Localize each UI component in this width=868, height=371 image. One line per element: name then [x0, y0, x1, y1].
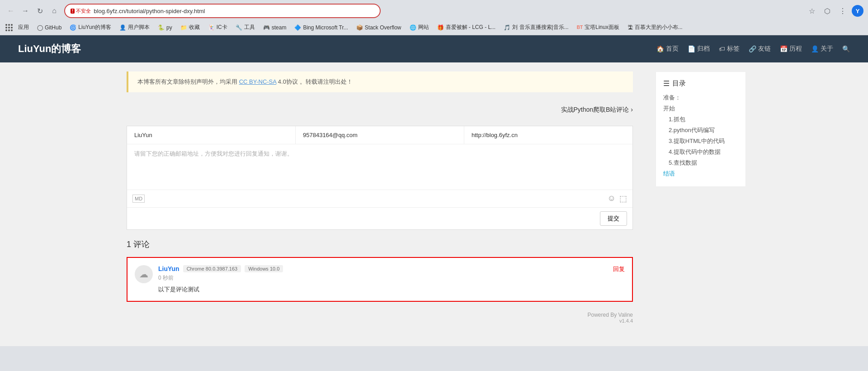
- toc-title: ☰ 目录: [663, 79, 738, 88]
- settings-button[interactable]: ⋮: [836, 5, 849, 17]
- bookmark-music[interactable]: 🎵 刘 音乐直播搜索|音乐...: [500, 23, 572, 32]
- toc-item-0[interactable]: 准备：: [663, 92, 738, 103]
- warning-icon: !: [71, 9, 75, 14]
- security-badge: ! 不安全: [71, 8, 91, 14]
- submit-button[interactable]: 提交: [600, 211, 627, 226]
- back-button[interactable]: ←: [5, 5, 17, 17]
- toc-item-1[interactable]: 开始: [663, 103, 738, 114]
- bookmark-star-button[interactable]: ☆: [806, 5, 818, 17]
- comment-content: LiuYun Chrome 80.0.3987.163 Windows 10.0…: [158, 265, 608, 294]
- bookmark-lcg[interactable]: 🎁 喜爱被解 - LCG - L...: [434, 23, 500, 32]
- bookmark-favorites[interactable]: 📁 收藏: [177, 23, 203, 32]
- toc-item-7[interactable]: 结语: [663, 168, 738, 179]
- bookmark-website[interactable]: 🌐 网站: [406, 23, 433, 32]
- nav-buttons: ← → ↻ ⌂: [5, 5, 61, 17]
- security-label: 不安全: [76, 8, 91, 14]
- bookmark-bing[interactable]: 🔷 Bing Microsoft Tr...: [291, 24, 351, 32]
- link-icon: 🔗: [749, 45, 756, 52]
- bookmark-label: steam: [272, 24, 287, 31]
- bookmark-userscript[interactable]: 👤 用户脚本: [116, 23, 153, 32]
- comment-website-value: http://blog.6yfz.cn: [472, 132, 518, 138]
- image-icon[interactable]: ⬚: [619, 194, 627, 204]
- home-button[interactable]: ⌂: [48, 5, 61, 17]
- toc-item-4[interactable]: 3.提取HTML中的代码: [663, 136, 738, 147]
- archive-icon: 📄: [688, 45, 695, 52]
- nav-home[interactable]: 🏠 首页: [656, 45, 679, 53]
- reload-button[interactable]: ↻: [33, 5, 46, 17]
- toc-icon: ☰: [663, 79, 670, 88]
- toc-item-3[interactable]: 2.python代码编写: [663, 125, 738, 136]
- comment-textarea[interactable]: 请留下您的正确邮箱地址，方便我对您进行回复通知，谢谢。: [127, 144, 632, 190]
- user-icon: 👤: [119, 24, 126, 31]
- comment-form-header: LiuYun 957843164@qq.com http://blog.6yfz…: [127, 126, 632, 144]
- browser-toolbar: ← → ↻ ⌂ ! 不安全 blog.6yfz.cn/tutorial/pyth…: [0, 0, 868, 22]
- bookmark-liuyun-blog[interactable]: 🌀 LiuYun的博客: [66, 23, 115, 32]
- bookmark-steam[interactable]: 🎮 steam: [259, 24, 290, 32]
- bookmark-stackoverflow[interactable]: 📦 Stack Overflow: [353, 24, 405, 32]
- bookmark-label: Stack Overflow: [365, 24, 401, 31]
- comment-name-value: LiuYun: [134, 132, 152, 138]
- profile-avatar[interactable]: Y: [852, 5, 863, 17]
- bookmark-py[interactable]: 🐍 py: [154, 24, 176, 32]
- tools-icon: 🔧: [236, 24, 242, 31]
- emoji-icon[interactable]: ☺: [608, 194, 616, 204]
- comment-author: LiuYun: [158, 265, 179, 272]
- bookmark-github[interactable]: ◯ GitHub: [33, 24, 65, 32]
- toc-box: ☰ 目录 准备： 开始 1.抓包 2.python代码编写 3.提取HTML中的…: [656, 71, 746, 187]
- bookmark-apps[interactable]: 应用: [14, 23, 33, 32]
- toolbar-right: ☆ ⬡ ⋮ Y: [806, 5, 863, 17]
- license-text2: 4.0协议 。转载请注明出处！: [278, 78, 353, 85]
- calendar-icon: 📅: [780, 45, 788, 52]
- bookmark-label: GitHub: [45, 24, 61, 31]
- baota-icon: BT: [577, 25, 583, 30]
- toc-item-6[interactable]: 5.查找数据: [663, 157, 738, 168]
- forward-button[interactable]: →: [19, 5, 32, 17]
- home-icon: 🏠: [656, 45, 664, 52]
- bookmark-label: 宝塔Linux面板: [585, 24, 619, 31]
- avatar-icon: ☁: [139, 269, 148, 280]
- extension-puzzle-button[interactable]: ⬡: [821, 5, 834, 17]
- toc-item-2[interactable]: 1.抓包: [663, 114, 738, 125]
- browser-window: ← → ↻ ⌂ ! 不安全 blog.6yfz.cn/tutorial/pyth…: [0, 0, 868, 371]
- bookmark-label: 应用: [18, 24, 29, 31]
- lcg-icon: 🎁: [437, 24, 444, 31]
- bookmark-tools[interactable]: 🔧 工具: [232, 23, 259, 32]
- comments-title: 1 评论: [127, 239, 633, 250]
- url-text: blog.6yfz.cn/tutorial/python-spider-dxy.…: [94, 8, 374, 14]
- license-text: 本博客所有文章除特别声明外，均采用: [137, 78, 239, 85]
- nav-links[interactable]: 🔗 友链: [749, 45, 771, 53]
- search-icon: 🔍: [842, 45, 850, 52]
- bing-icon: 🔷: [294, 24, 301, 31]
- nav-archive[interactable]: 📄 归档: [688, 45, 710, 53]
- bookmark-label: 网站: [418, 24, 429, 31]
- nav-tags[interactable]: 🏷 标签: [719, 45, 740, 53]
- comment-form-icons: ☺ ⬚: [608, 194, 627, 204]
- comment-item-inner: ☁ LiuYun Chrome 80.0.3987.163 Windows 10…: [135, 265, 625, 294]
- steam-icon: 🎮: [263, 24, 270, 31]
- toc-item-5[interactable]: 4.提取代码中的数据: [663, 147, 738, 157]
- next-article-link[interactable]: 实战Python爬取B站评论 ›: [561, 106, 633, 113]
- bookmarks-bar: 应用 ◯ GitHub 🌀 LiuYun的博客 👤 用户脚本 🐍 py 📁 收藏…: [0, 22, 868, 35]
- bookmark-label: 用户脚本: [128, 24, 150, 31]
- nav-history[interactable]: 📅 历程: [780, 45, 802, 53]
- bookmark-baota[interactable]: BT 宝塔Linux面板: [573, 23, 623, 32]
- nav-about[interactable]: 👤 关于: [811, 45, 833, 53]
- bookmark-ic-card[interactable]: 🃏 IC卡: [204, 23, 231, 32]
- version-text: v1.4.4: [127, 318, 633, 323]
- bookmark-bermuda[interactable]: 🏝 百慕大里的小小布...: [624, 23, 686, 32]
- folder-icon: 📁: [180, 24, 187, 31]
- nav-search[interactable]: 🔍: [842, 45, 850, 52]
- apps-button[interactable]: [5, 23, 14, 32]
- address-bar[interactable]: ! 不安全 blog.6yfz.cn/tutorial/python-spide…: [64, 4, 381, 18]
- bookmark-label: 刘 音乐直播搜索|音乐...: [512, 24, 568, 31]
- about-icon: 👤: [811, 45, 819, 52]
- comment-reply-button[interactable]: 回复: [613, 265, 625, 273]
- license-notice: 本博客所有文章除特别声明外，均采用 CC BY-NC-SA 4.0协议 。转载请…: [127, 71, 633, 92]
- page-wrapper: LiuYun的博客 🏠 首页 📄 归档 🏷 标签 🔗 友链 📅 历程 👤 关于 …: [0, 35, 868, 346]
- license-link[interactable]: CC BY-NC-SA: [239, 78, 277, 85]
- bookmark-label: IC卡: [217, 24, 227, 31]
- site-logo[interactable]: LiuYun的博客: [18, 42, 81, 56]
- github-icon: ◯: [37, 24, 43, 31]
- main-layout: 本博客所有文章除特别声明外，均采用 CC BY-NC-SA 4.0协议 。转载请…: [118, 62, 750, 346]
- bookmark-label: Bing Microsoft Tr...: [303, 24, 348, 31]
